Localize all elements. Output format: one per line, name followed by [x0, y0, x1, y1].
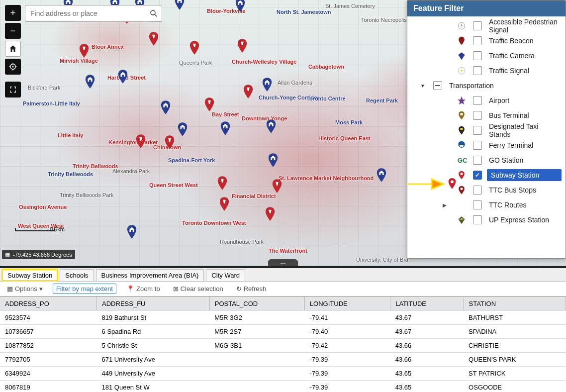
home-marker[interactable] — [126, 225, 137, 239]
filter-checkbox[interactable] — [473, 156, 482, 165]
column-header[interactable]: ADDRESS_PO — [0, 297, 97, 311]
filter-item[interactable]: Traffic Camera — [407, 48, 566, 63]
home-marker[interactable] — [262, 78, 273, 92]
filter-label[interactable]: Designated Taxi Stands — [487, 121, 562, 139]
group-label[interactable]: Transportation — [447, 81, 562, 91]
home-marker[interactable] — [177, 122, 188, 136]
table-cell: 43.66 — [390, 339, 464, 353]
column-header[interactable]: POSTAL_COD — [209, 297, 304, 311]
subway-marker[interactable] — [148, 32, 159, 46]
filter-item[interactable]: ▶TTC Routes — [407, 197, 566, 212]
filter-label[interactable]: GO Station — [487, 155, 562, 165]
subway-marker[interactable] — [243, 85, 254, 98]
ttcbus-icon — [455, 185, 468, 196]
filter-label[interactable]: TTC Routes — [487, 200, 562, 210]
home-marker[interactable] — [117, 70, 128, 84]
zoom-out-button[interactable]: − — [5, 23, 21, 39]
filter-label[interactable]: Traffic Signal — [487, 66, 562, 76]
filter-checkbox[interactable] — [473, 186, 482, 195]
zoom-to-button[interactable]: 📍 Zoom to — [123, 284, 163, 294]
subway-marker[interactable] — [204, 98, 215, 111]
table-tab[interactable]: Schools — [60, 269, 94, 281]
column-header[interactable]: STATION — [464, 297, 566, 311]
table-row[interactable]: 8067819181 Queen St W-79.3943.65OSGOODE — [0, 381, 566, 392]
home-button[interactable] — [5, 41, 21, 57]
zoom-in-button[interactable]: + — [5, 5, 21, 21]
filter-checkbox[interactable] — [473, 215, 482, 224]
fullscreen-button[interactable] — [5, 82, 21, 98]
home-marker[interactable] — [268, 153, 279, 167]
table-row[interactable]: 108778525 Christie StM6G 3B1-79.4243.66C… — [0, 339, 566, 353]
column-header[interactable]: LONGITUDE — [304, 297, 390, 311]
filter-checkbox[interactable] — [473, 36, 482, 45]
filter-checkbox[interactable] — [473, 200, 482, 209]
filter-item[interactable]: Traffic Signal — [407, 63, 566, 78]
home-marker[interactable] — [266, 119, 277, 133]
filter-label[interactable]: Accessible Pedestrian Signal — [487, 17, 562, 35]
subway-marker[interactable] — [265, 207, 276, 221]
filter-label[interactable]: Traffic Beacon — [487, 36, 562, 46]
table-row[interactable]: 6349924449 University Ave-79.3943.65ST P… — [0, 367, 566, 381]
subway-marker[interactable] — [189, 41, 200, 55]
locate-button[interactable] — [5, 59, 21, 75]
table-tab[interactable]: Business Improvement Area (BIA) — [96, 269, 204, 281]
refresh-button[interactable]: ↻ Refresh — [233, 284, 270, 294]
filter-label[interactable]: Airport — [487, 96, 562, 105]
clear-selection-button[interactable]: ⊠ Clear selection — [170, 284, 226, 294]
subway-marker[interactable] — [217, 176, 228, 190]
subway-marker[interactable] — [272, 179, 283, 193]
filter-checkbox[interactable] — [473, 126, 482, 135]
filter-label[interactable]: Bus Terminal — [487, 110, 562, 120]
filter-item[interactable]: Designated Taxi Stands — [407, 123, 566, 138]
coord-toggle-icon[interactable]: ▦ — [5, 251, 10, 258]
home-marker[interactable] — [376, 168, 387, 182]
filter-item[interactable]: Ferry Terminal — [407, 138, 566, 153]
filter-item[interactable]: GOGO Station — [407, 153, 566, 168]
search-icon[interactable] — [145, 5, 162, 21]
search-input[interactable] — [25, 9, 145, 17]
home-marker[interactable] — [85, 75, 95, 89]
expand-icon[interactable]: ▶ — [439, 202, 450, 208]
home-marker[interactable] — [160, 100, 171, 114]
table-tab[interactable]: City Ward — [206, 269, 245, 281]
filter-checkbox[interactable] — [473, 66, 482, 75]
filter-group-transportation[interactable]: ▼Transportation — [407, 78, 566, 93]
filter-item[interactable]: ⇡Accessible Pedestrian Signal — [407, 18, 566, 33]
filter-label[interactable]: Traffic Camera — [487, 51, 562, 61]
table-row[interactable]: 7792705671 University Ave-79.3943.66QUEE… — [0, 353, 566, 367]
group-checkbox[interactable] — [433, 81, 442, 90]
options-button[interactable]: ▦ Options ▾ — [4, 284, 46, 294]
filter-label[interactable]: TTC Bus Stops — [487, 185, 562, 195]
home-marker[interactable] — [235, 0, 246, 12]
table-collapse-handle[interactable]: — — [268, 259, 298, 266]
filter-checkbox[interactable] — [473, 21, 482, 30]
filter-item[interactable]: Traffic Beacon — [407, 33, 566, 48]
filter-item[interactable]: Airport — [407, 93, 566, 108]
data-grid[interactable]: ADDRESS_POADDRESS_FUPOSTAL_CODLONGITUDEL… — [0, 296, 566, 392]
filter-checkbox[interactable] — [473, 171, 482, 180]
filter-checkbox[interactable] — [473, 96, 482, 105]
table-row[interactable]: 107366576 Spadina RdM5R 2S7-79.4043.67SP… — [0, 325, 566, 339]
filter-item[interactable]: Bus Terminal — [407, 108, 566, 123]
search-box[interactable] — [25, 5, 162, 22]
filter-checkbox[interactable] — [473, 141, 482, 150]
filter-item[interactable]: UPUP Express Station — [407, 212, 566, 227]
subway-marker[interactable] — [164, 135, 175, 149]
column-header[interactable]: ADDRESS_FU — [97, 297, 210, 311]
filter-label[interactable]: Subway Station — [487, 169, 562, 181]
filter-checkbox[interactable] — [473, 51, 482, 60]
subway-marker[interactable] — [219, 197, 230, 211]
subway-marker[interactable] — [135, 134, 146, 148]
collapse-icon[interactable]: ▼ — [417, 83, 428, 89]
home-marker[interactable] — [174, 0, 185, 10]
table-tab[interactable]: Subway Station — [2, 269, 58, 281]
filter-label[interactable]: UP Express Station — [487, 215, 562, 225]
filter-label[interactable]: Ferry Terminal — [487, 140, 562, 150]
subway-marker[interactable] — [79, 44, 90, 58]
filter-by-extent-button[interactable]: Filter by map extent — [53, 284, 116, 294]
column-header[interactable]: LATITUDE — [390, 297, 464, 311]
home-marker[interactable] — [220, 121, 231, 135]
filter-checkbox[interactable] — [473, 111, 482, 120]
subway-marker[interactable] — [237, 39, 248, 53]
table-row[interactable]: 9523574819 Bathurst StM5R 3G2-79.4143.67… — [0, 311, 566, 325]
